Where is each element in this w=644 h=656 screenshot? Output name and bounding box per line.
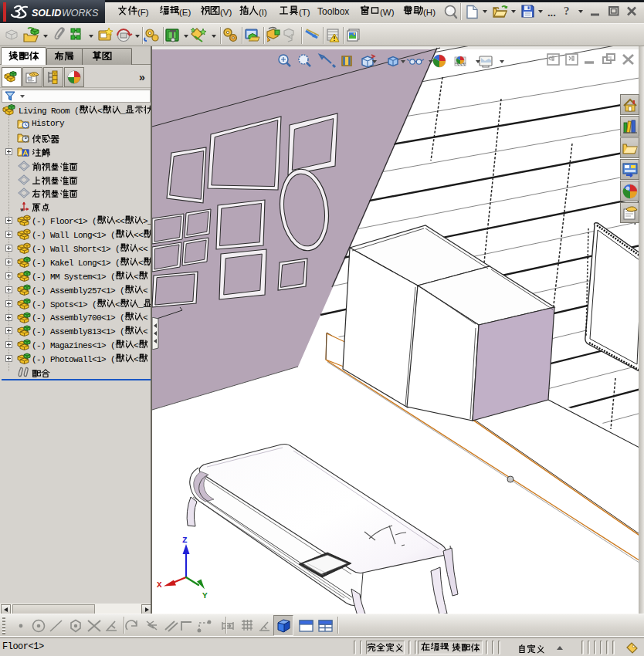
svg-text:SOLID: SOLID [32, 8, 61, 19]
svg-text:Z: Z [182, 536, 188, 545]
svg-text:X: X [157, 580, 162, 590]
svg-text:WORKS: WORKS [62, 8, 99, 19]
svg-text:Y: Y [202, 591, 208, 600]
